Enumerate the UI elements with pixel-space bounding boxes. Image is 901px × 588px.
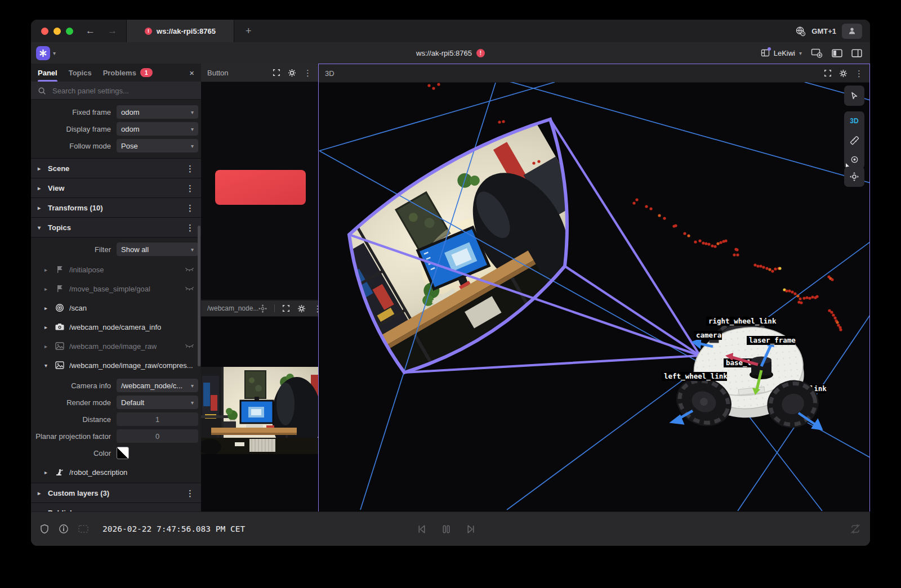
app-menu-chevron-icon: ▾ [53,50,56,56]
section-scene[interactable]: ▸ Scene ⋮ [31,158,201,178]
topic-row-initialpose[interactable]: ▸ /initialpose [31,260,201,279]
collapse-arrow-icon: ▸ [38,185,43,191]
minimize-window-button[interactable] [53,28,61,35]
distance-input[interactable]: 1 [117,412,198,426]
filter-select[interactable]: Show all▾ [117,243,198,256]
section-menu-icon[interactable]: ⋮ [186,164,194,173]
gear-icon[interactable] [839,69,848,78]
seek-forward-button[interactable] [466,524,476,535]
browser-back-button[interactable]: ← [86,25,95,37]
tab-problems[interactable]: Problems 1 [103,64,153,82]
gear-icon[interactable] [297,304,306,313]
publish-point-tool-button[interactable] [844,150,864,169]
pause-button[interactable] [441,524,452,535]
mode-3d-button[interactable]: 3D [844,111,864,131]
section-menu-icon[interactable]: ⋮ [186,223,194,232]
layout-chevron-icon: ▾ [799,50,802,56]
webcam-image [201,367,318,454]
display-frame-row: Display frame odom▾ [31,120,201,137]
tab-panel[interactable]: Panel [38,64,57,82]
search-input[interactable] [51,86,183,96]
three-d-panel-header[interactable]: 3D ⋮ [319,64,869,83]
panel-menu-icon[interactable]: ⋮ [304,69,312,77]
webcam-panel-header[interactable]: /webcam_node... ⋮ [201,300,318,317]
data-source-shield-button[interactable] [40,524,49,534]
topic-row-image-compressed[interactable]: ▾ /webcam_node/image_raw/compres... [31,356,201,375]
camera-info-select[interactable]: /webcam_node/c...▾ [117,379,198,392]
publish-red-button[interactable] [215,170,306,205]
color-swatch[interactable] [117,447,129,459]
sidebar-close-button[interactable]: × [189,68,194,78]
seek-backward-button[interactable] [416,524,427,535]
topic-row-scan[interactable]: ▸ /scan [31,298,201,317]
section-menu-icon[interactable]: ⋮ [186,204,194,212]
layout-name: LeKiwi [774,49,795,57]
panel-menu-icon[interactable]: ⋮ [855,69,863,78]
user-avatar[interactable] [842,24,862,39]
maximize-window-button[interactable] [66,28,73,35]
visibility-off-icon[interactable] [185,266,194,273]
camera-controls-button[interactable] [844,167,864,187]
follow-mode-select[interactable]: Pose▾ [117,139,198,152]
browser-forward-button[interactable]: → [108,25,117,37]
layout-icon [761,48,770,57]
color-row: Color [31,445,201,461]
section-menu-icon[interactable]: ⋮ [186,489,194,497]
display-frame-label: Display frame [31,125,117,133]
fullscreen-icon[interactable] [824,69,832,77]
connection-error-badge[interactable]: ! [476,49,485,57]
planar-projection-input[interactable]: 0 [117,429,198,443]
browser-tab[interactable]: ! ws://ak-rpi5:8765 [126,20,234,42]
camera-info-label: Camera info [31,381,117,390]
connection-title[interactable]: ws://ak-rpi5:8765 ! [416,49,485,57]
section-transforms[interactable]: ▸ Transforms (10) ⋮ [31,198,201,217]
browser-chrome: ← → ! ws://ak-rpi5:8765 + GMT+1 [31,20,870,42]
fullscreen-icon[interactable] [273,69,280,77]
loop-toggle-button[interactable] [850,524,861,534]
search-icon [38,87,46,95]
collapse-arrow-icon: ▸ [44,324,50,330]
render-mode-select[interactable]: Default▾ [117,396,198,409]
new-tab-button[interactable]: + [246,25,252,37]
topic-row-robot-description[interactable]: ▸ /robot_description [31,461,201,483]
display-frame-select[interactable]: odom▾ [117,122,198,136]
section-topics[interactable]: ▾ Topics ⋮ [31,217,201,237]
camera-icon [55,323,65,331]
fullscreen-icon[interactable] [282,304,290,312]
panel-settings-search[interactable] [31,82,201,100]
button-panel: Button ⋮ [201,64,318,298]
section-view[interactable]: ▸ View ⋮ [31,178,201,198]
main-area: Panel Topics Problems 1 × Fixed frame [31,64,870,512]
section-publish[interactable]: ▸ Publish [31,502,201,512]
select-tool-button[interactable] [844,86,864,106]
selection-range-button[interactable] [78,525,88,533]
tab-topics[interactable]: Topics [69,64,92,82]
close-window-button[interactable] [41,28,48,35]
info-icon [59,524,69,534]
topic-row-image-raw[interactable]: ▸ /webcam_node/image_raw [31,336,201,356]
app-window: ← → ! ws://ak-rpi5:8765 + GMT+1 [31,20,870,546]
gear-icon[interactable] [288,69,296,77]
add-panel-button[interactable] [811,48,823,58]
measure-tool-button[interactable] [844,131,864,150]
section-menu-icon[interactable]: ⋮ [186,184,194,192]
data-source-info-button[interactable] [59,524,69,534]
topic-row-camera-info[interactable]: ▸ /webcam_node/camera_info [31,317,201,336]
topic-row-move-base-goal[interactable]: ▸ /move_base_simple/goal [31,279,201,298]
timezone-label[interactable]: GMT+1 [811,27,836,35]
left-sidebar-toggle[interactable] [832,49,842,57]
playback-timestamp[interactable]: 2026-02-22 7:47:56.083 PM CET [102,524,245,533]
playback-bar: 2026-02-22 7:47:56.083 PM CET [31,511,870,546]
visibility-off-icon[interactable] [185,285,194,292]
right-sidebar-toggle[interactable] [851,49,862,57]
sidebar-scrollbar[interactable] [198,226,200,366]
button-panel-header[interactable]: Button ⋮ [201,64,318,82]
three-d-scene[interactable]: back_wheel_link [319,82,869,511]
visibility-off-icon[interactable] [185,343,194,349]
section-custom-layers[interactable]: ▸ Custom layers (3) ⋮ [31,483,201,502]
layout-selector[interactable]: LeKiwi ▾ [761,48,802,57]
middle-column: Button ⋮ /webcam_node... [201,64,318,512]
pan-icon[interactable] [258,304,267,313]
fixed-frame-select[interactable]: odom▾ [117,105,198,119]
app-menu-button[interactable] [36,46,50,60]
